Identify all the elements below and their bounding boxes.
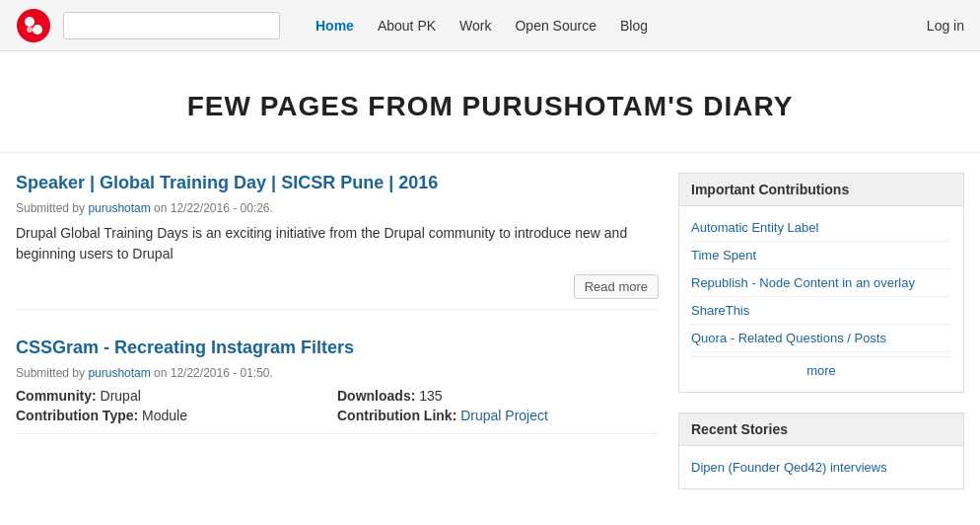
sidebar-link-sharethis[interactable]: ShareThis: [691, 297, 951, 325]
main-nav: Home About PK Work Open Source Blog: [304, 12, 927, 39]
submitted-label: Submitted by: [16, 201, 88, 215]
read-more-wrap: Read more: [16, 274, 659, 299]
main-content: Speaker | Global Training Day | SICSR Pu…: [0, 153, 980, 525]
detail-value: Drupal: [101, 388, 141, 404]
articles-list: Speaker | Global Training Day | SICSR Pu…: [16, 173, 659, 509]
page-title: FEW PAGES FROM PURUSHOTAM'S DIARY: [16, 91, 964, 122]
detail-item: Contribution Link: Drupal Project: [337, 408, 659, 423]
article-item: CSSGram - Recreating Instagram Filters S…: [16, 338, 659, 434]
sidebar-link-quora[interactable]: Quora - Related Questions / Posts: [691, 325, 951, 352]
article-meta: Submitted by purushotam on 12/22/2016 - …: [16, 366, 659, 380]
article-author[interactable]: purushotam: [88, 366, 150, 380]
detail-label: Community:: [16, 388, 97, 404]
article-title[interactable]: CSSGram - Recreating Instagram Filters: [16, 338, 659, 358]
sidebar-link-automatic-entity-label[interactable]: Automatic Entity Label: [691, 214, 951, 242]
site-logo[interactable]: [16, 8, 51, 43]
svg-point-0: [17, 9, 50, 42]
recent-stories-body: Dipen (Founder Qed42) interviews: [679, 446, 963, 488]
nav-item-blog[interactable]: Blog: [608, 12, 660, 39]
detail-value: 135: [419, 388, 442, 404]
svg-point-1: [25, 17, 35, 27]
important-contributions-box: Important Contributions Automatic Entity…: [678, 173, 964, 393]
search-input[interactable]: [63, 12, 280, 39]
nav-item-home[interactable]: Home: [304, 12, 366, 39]
article-body: Drupal Global Training Days is an exciti…: [16, 223, 659, 264]
article-item: Speaker | Global Training Day | SICSR Pu…: [16, 173, 659, 310]
nav-item-work[interactable]: Work: [448, 12, 503, 39]
article-title[interactable]: Speaker | Global Training Day | SICSR Pu…: [16, 173, 659, 193]
read-more-button[interactable]: Read more: [574, 274, 659, 299]
article-date: on 12/22/2016 - 01:50.: [151, 366, 273, 380]
detail-item: Downloads: 135: [337, 388, 659, 404]
article-date: on 12/22/2016 - 00:26.: [151, 201, 273, 215]
detail-link[interactable]: Drupal Project: [460, 408, 548, 423]
recent-stories-header: Recent Stories: [679, 413, 963, 446]
sidebar-link-republish[interactable]: Republish - Node Content in an overlay: [691, 269, 951, 297]
important-contributions-body: Automatic Entity Label Time Spent Republ…: [679, 206, 963, 392]
sidebar-link-time-spent[interactable]: Time Spent: [691, 242, 951, 269]
detail-value: Module: [142, 408, 187, 423]
nav-item-about[interactable]: About PK: [366, 12, 448, 39]
important-contributions-header: Important Contributions: [679, 174, 963, 206]
submitted-label: Submitted by: [16, 366, 88, 380]
detail-item: Community: Drupal: [16, 388, 337, 404]
nav-item-opensource[interactable]: Open Source: [503, 12, 608, 39]
article-meta: Submitted by purushotam on 12/22/2016 - …: [16, 201, 659, 215]
sidebar-link-dipen[interactable]: Dipen (Founder Qed42) interviews: [691, 454, 951, 481]
article-author[interactable]: purushotam: [88, 201, 150, 215]
detail-item: Contribution Type: Module: [16, 408, 337, 423]
recent-stories-box: Recent Stories Dipen (Founder Qed42) int…: [678, 412, 964, 489]
header: Home About PK Work Open Source Blog Log …: [0, 0, 980, 51]
detail-label: Contribution Link:: [337, 408, 456, 423]
sidebar: Important Contributions Automatic Entity…: [678, 173, 964, 509]
svg-point-2: [33, 25, 42, 35]
detail-label: Downloads:: [337, 388, 415, 404]
sidebar-more-link[interactable]: more: [691, 356, 951, 384]
svg-point-3: [27, 27, 33, 33]
detail-label: Contribution Type:: [16, 408, 138, 423]
login-button[interactable]: Log in: [927, 18, 964, 34]
article-details: Community: Drupal Downloads: 135 Contrib…: [16, 388, 659, 423]
hero-section: FEW PAGES FROM PURUSHOTAM'S DIARY: [0, 51, 980, 153]
